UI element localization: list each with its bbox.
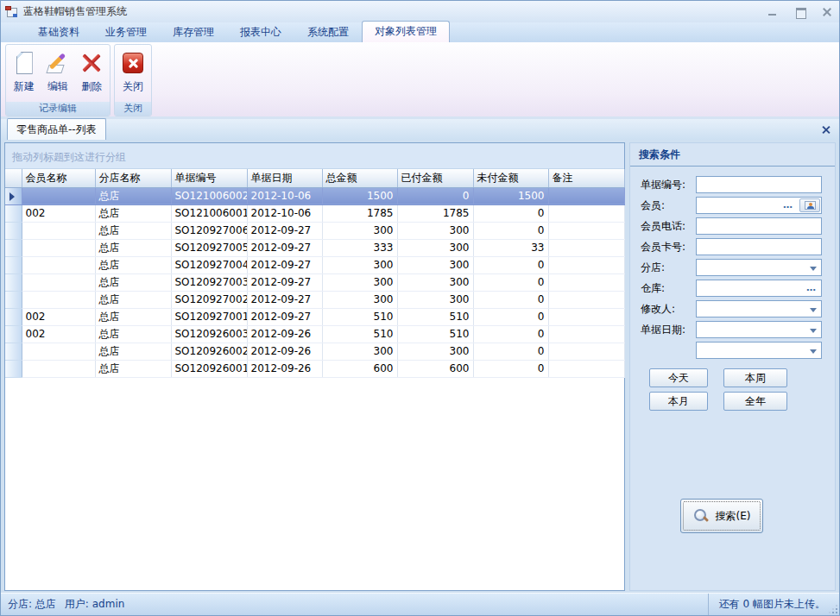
- table-row[interactable]: 总店SO1209270042012-09-273003000: [5, 256, 624, 273]
- grid-cell[interactable]: 300: [322, 273, 397, 291]
- chevron-down-icon[interactable]: [810, 308, 817, 312]
- grid-cell[interactable]: 510: [397, 308, 473, 325]
- column-header[interactable]: 单据编号: [171, 169, 247, 187]
- grid-cell[interactable]: [548, 239, 624, 256]
- grid-cell[interactable]: 2012-10-06: [247, 204, 322, 222]
- ribbon-tab-system-config[interactable]: 系统配置: [294, 22, 362, 42]
- delete-button[interactable]: 删除: [75, 47, 109, 94]
- this-week-button[interactable]: 本周: [723, 368, 787, 387]
- grid-cell[interactable]: 1500: [473, 187, 548, 204]
- column-header[interactable]: 分店名称: [95, 169, 171, 187]
- column-header[interactable]: 单据日期: [247, 169, 322, 187]
- grid-cell[interactable]: 总店: [95, 273, 171, 291]
- grid-cell[interactable]: 总店: [95, 187, 171, 204]
- grid-cell[interactable]: [548, 256, 624, 273]
- grid-cell[interactable]: 2012-09-26: [247, 360, 322, 377]
- grid-cell[interactable]: 300: [397, 273, 473, 291]
- close-tab-button[interactable]: 关闭: [116, 47, 150, 94]
- grid-cell[interactable]: 1785: [397, 204, 473, 222]
- table-row[interactable]: 总店SO1209270022012-09-273003000: [5, 291, 624, 308]
- grid-cell[interactable]: SO120927003: [171, 273, 247, 291]
- grid-cell[interactable]: 510: [322, 325, 397, 343]
- ribbon-tab-object-list[interactable]: 对象列表管理: [362, 21, 450, 42]
- grid-cell[interactable]: [548, 360, 624, 377]
- table-row[interactable]: 002总店SO1210060012012-10-06178517850: [5, 204, 624, 222]
- grid-cell[interactable]: [548, 222, 624, 239]
- modifier-select[interactable]: [697, 301, 821, 317]
- grid-cell[interactable]: 0: [473, 273, 548, 291]
- table-row[interactable]: 002总店SO1209260032012-09-265105100: [5, 325, 624, 343]
- grid-cell[interactable]: 总店: [95, 343, 171, 360]
- grid-cell[interactable]: 总店: [95, 222, 171, 239]
- grid-cell[interactable]: 0: [473, 222, 548, 239]
- grid-cell[interactable]: 总店: [95, 256, 171, 273]
- grid-cell[interactable]: [548, 187, 624, 204]
- grid-cell[interactable]: SO120927002: [171, 291, 247, 308]
- grid-cell[interactable]: SO120926003: [171, 325, 247, 343]
- grid-cell[interactable]: SO120926002: [171, 343, 247, 360]
- chevron-down-icon[interactable]: [810, 267, 817, 271]
- grid-cell[interactable]: 总店: [95, 291, 171, 308]
- grid-cell[interactable]: 0: [473, 325, 548, 343]
- grid-cell[interactable]: 002: [22, 308, 95, 325]
- grid-cell[interactable]: 0: [473, 308, 548, 325]
- ellipsis-icon[interactable]: …: [806, 282, 817, 293]
- grid-cell[interactable]: 总店: [95, 204, 171, 222]
- grid-cell[interactable]: 0: [473, 204, 548, 222]
- grid-cell[interactable]: [548, 343, 624, 360]
- grid-cell[interactable]: 2012-09-27: [247, 222, 322, 239]
- grid-cell[interactable]: [22, 222, 95, 239]
- grid-cell[interactable]: [22, 343, 95, 360]
- grid-cell[interactable]: 002: [22, 325, 95, 343]
- grid-cell[interactable]: [22, 239, 95, 256]
- grid-cell[interactable]: 300: [397, 291, 473, 308]
- tab-retail-goods-list[interactable]: 零售商品单--列表: [7, 118, 106, 140]
- edit-button[interactable]: 编辑: [41, 47, 74, 94]
- order-no-input[interactable]: [697, 177, 821, 192]
- grid-cell[interactable]: 0: [473, 256, 548, 273]
- grid-cell[interactable]: SO120927006: [171, 222, 247, 239]
- grid-cell[interactable]: SO121006001: [171, 204, 247, 222]
- column-header[interactable]: 未付金额: [473, 169, 548, 187]
- grid-cell[interactable]: 总店: [95, 325, 171, 343]
- grid-cell[interactable]: 0: [473, 291, 548, 308]
- column-header[interactable]: 会员名称: [22, 169, 95, 187]
- grid-cell[interactable]: 300: [397, 343, 473, 360]
- row-indicator-cell[interactable]: [5, 239, 22, 256]
- ribbon-tab-business[interactable]: 业务管理: [92, 22, 160, 42]
- branch-select[interactable]: [697, 260, 821, 275]
- grid-cell[interactable]: 1785: [322, 204, 397, 222]
- warehouse-input[interactable]: [697, 280, 821, 296]
- grid-cell[interactable]: 0: [473, 360, 548, 377]
- grid-cell[interactable]: 002: [22, 204, 95, 222]
- today-button[interactable]: 今天: [649, 368, 708, 387]
- grid-cell[interactable]: 2012-10-06: [247, 187, 322, 204]
- grid-cell[interactable]: 300: [397, 256, 473, 273]
- grid-cell[interactable]: 333: [322, 239, 397, 256]
- grid-cell[interactable]: SO120927004: [171, 256, 247, 273]
- row-indicator-cell[interactable]: [5, 291, 22, 308]
- grid-cell[interactable]: 2012-09-27: [247, 308, 322, 325]
- grid-cell[interactable]: 600: [322, 360, 397, 377]
- order-date-from-select[interactable]: [697, 322, 821, 337]
- row-indicator-cell[interactable]: [5, 325, 22, 343]
- grid-cell[interactable]: [548, 273, 624, 291]
- grid-cell[interactable]: [548, 291, 624, 308]
- row-indicator-cell[interactable]: [5, 222, 22, 239]
- grid-cell[interactable]: 1500: [322, 187, 397, 204]
- grid-cell[interactable]: 2012-09-26: [247, 343, 322, 360]
- table-row[interactable]: 总店SO1209260012012-09-266006000: [5, 360, 624, 377]
- minimize-button[interactable]: [767, 7, 779, 17]
- grid-cell[interactable]: 300: [397, 222, 473, 239]
- grid-cell[interactable]: 2012-09-27: [247, 239, 322, 256]
- grid-cell[interactable]: [22, 256, 95, 273]
- grid-cell[interactable]: 300: [322, 222, 397, 239]
- chevron-down-icon[interactable]: [810, 329, 817, 333]
- order-date-to-select[interactable]: [697, 343, 821, 358]
- grid-cell[interactable]: 600: [397, 360, 473, 377]
- grid-cell[interactable]: SO121006002: [171, 187, 247, 204]
- tab-close-icon[interactable]: [821, 125, 831, 135]
- grid-cell[interactable]: 总店: [95, 239, 171, 256]
- column-header[interactable]: 已付金额: [397, 169, 473, 187]
- table-row[interactable]: 总店SO1209270062012-09-273003000: [5, 222, 624, 239]
